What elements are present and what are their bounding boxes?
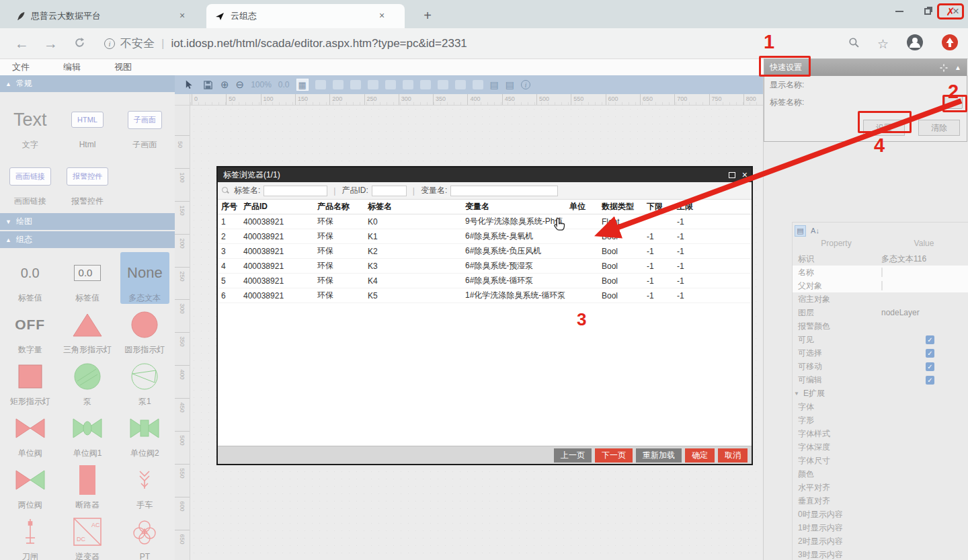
property-row-2时显示内容[interactable]: 2时显示内容: [793, 534, 968, 548]
property-row-颜色[interactable]: 颜色: [793, 467, 968, 481]
checkbox-checked-icon[interactable]: ✓: [926, 376, 934, 385]
palette-scada-item-矩形指示灯[interactable]: 矩形指示灯: [1, 356, 58, 407]
property-row-可移动[interactable]: 可移动✓: [793, 360, 968, 373]
table-row[interactable]: 5400038921环保K46#除臭系统-循环泵Bool-1-1: [218, 274, 752, 288]
forward-icon[interactable]: →: [44, 36, 58, 52]
filter-input[interactable]: [264, 186, 327, 196]
layers-icon[interactable]: ▤: [506, 79, 514, 90]
property-row-字体样式[interactable]: 字体样式: [793, 427, 968, 440]
palette-scada-item-逆变器[interactable]: ACDC逆变器: [58, 511, 116, 560]
清除-button[interactable]: 清除: [918, 120, 960, 136]
palette-general-item-文字[interactable]: Text文字: [1, 96, 58, 153]
menu-item-视图[interactable]: 视图: [114, 61, 153, 73]
minimize-button[interactable]: [893, 5, 906, 18]
pointer-icon[interactable]: [183, 79, 195, 91]
property-input[interactable]: [881, 281, 883, 290]
tool-icon[interactable]: [350, 80, 361, 89]
property-row-报警颜色[interactable]: 报警颜色: [793, 319, 968, 333]
property-row-字形[interactable]: 字形: [793, 413, 968, 427]
dialog-titlebar[interactable]: 标签浏览器(1/1) ×: [218, 167, 752, 182]
table-row[interactable]: 4400038921环保K36#除臭系统-预湿泵Bool-1-1: [218, 259, 752, 274]
tool-icon[interactable]: [438, 80, 448, 89]
palette-general-item-子画面[interactable]: 子画面子画面: [116, 96, 173, 153]
property-row-标识[interactable]: 标识多态文本116: [793, 252, 968, 266]
property-row-字体深度[interactable]: 字体深度: [793, 440, 968, 454]
palette-scada-item-手车[interactable]: 手车: [116, 459, 173, 511]
tool-icon[interactable]: [420, 80, 431, 89]
palette-scada-item-数字量[interactable]: OFF数字量: [1, 304, 58, 356]
collapse-panel-icon[interactable]: ▲: [955, 64, 961, 71]
palette-scada-item-单位阀[interactable]: 单位阀: [1, 407, 58, 459]
palette-scada-item-单位阀1[interactable]: 单位阀1: [58, 407, 116, 459]
checkbox-checked-icon[interactable]: ✓: [926, 349, 934, 358]
palette-scada-item-三角形指示灯[interactable]: 三角形指示灯: [58, 304, 116, 356]
palette-scada-item-泵[interactable]: 泵: [58, 356, 116, 407]
palette-scada-item-标签值[interactable]: 0.0标签值: [1, 252, 58, 304]
info-icon[interactable]: i: [521, 80, 530, 89]
property-row-可选择[interactable]: 可选择✓: [793, 346, 968, 360]
上一页-button[interactable]: 上一页: [554, 448, 592, 463]
palette-scada-item-PT[interactable]: PT: [116, 511, 173, 560]
table-row[interactable]: 1400038921环保K09号化学洗涤除臭系统-Ph值Float-1: [218, 214, 752, 229]
property-row-字体[interactable]: 字体: [793, 400, 968, 413]
table-row[interactable]: 2400038921环保K16#除臭系统-臭氧机Bool-1-1: [218, 229, 752, 244]
restore-button[interactable]: [921, 5, 934, 18]
browser-tab[interactable]: 思普云大数据平台×: [7, 4, 205, 28]
tool-icon[interactable]: [368, 80, 378, 89]
zoom-search-icon[interactable]: [848, 37, 860, 51]
zoom-out-icon[interactable]: ⊖: [236, 79, 245, 91]
filter-input[interactable]: [450, 186, 558, 196]
tool-icon[interactable]: [403, 80, 413, 89]
grid-toggle-icon[interactable]: ▦: [296, 79, 309, 91]
property-row-图层[interactable]: 图层nodeLayer: [793, 306, 968, 319]
取消-button[interactable]: 取消: [718, 448, 748, 463]
dialog-maximize-icon[interactable]: [729, 172, 735, 178]
menu-item-编辑[interactable]: 编辑: [63, 61, 102, 73]
tool-icon[interactable]: [333, 80, 344, 89]
property-row-可见[interactable]: 可见✓: [793, 333, 968, 346]
palette-scada-item-断路器[interactable]: 断路器: [58, 459, 116, 511]
section-general[interactable]: ▲常规: [0, 75, 175, 92]
new-tab-button[interactable]: +: [418, 7, 437, 26]
checkbox-checked-icon[interactable]: ✓: [926, 335, 934, 344]
extension-icon[interactable]: [941, 34, 959, 54]
table-row[interactable]: 6400038921环保K51#化学洗涤除臭系统-循环泵Bool-1-1: [218, 288, 752, 303]
下一页-button[interactable]: 下一页: [595, 448, 633, 463]
property-row-名称[interactable]: 名称: [793, 266, 968, 279]
url-field[interactable]: 不安全|iot.idosp.net/html/scada/editor.aspx…: [120, 36, 467, 51]
property-row-父对象[interactable]: 父对象: [793, 279, 968, 292]
bookmark-star-icon[interactable]: ☆: [877, 36, 889, 52]
profile-avatar[interactable]: [906, 34, 924, 54]
save-icon[interactable]: [202, 79, 214, 91]
palette-scada-item-两位阀[interactable]: 两位阀: [1, 459, 58, 511]
palette-scada-item-刀闸[interactable]: 刀闸: [1, 511, 58, 560]
palette-general-item-画面链接[interactable]: 画面链接画面链接: [1, 153, 58, 209]
tool-icon[interactable]: [455, 80, 466, 89]
palette-scada-item-泵1[interactable]: 泵1: [116, 356, 173, 407]
section-drawing[interactable]: ▼绘图: [0, 213, 175, 230]
tab-close-icon[interactable]: ×: [176, 10, 188, 22]
palette-scada-item-圆形指示灯[interactable]: 圆形指示灯: [116, 304, 173, 356]
property-row-0时显示内容[interactable]: 0时显示内容: [793, 508, 968, 521]
property-row-字体尺寸[interactable]: 字体尺寸: [793, 454, 968, 467]
page-info-icon[interactable]: i: [104, 38, 115, 49]
palette-general-item-Html[interactable]: HTMLHtml: [58, 96, 116, 153]
filter-input[interactable]: [372, 186, 407, 196]
browser-tab[interactable]: 云组态×: [206, 4, 405, 28]
reload-icon[interactable]: [74, 36, 85, 52]
tool-icon[interactable]: [473, 80, 483, 89]
tool-icon[interactable]: [315, 80, 326, 89]
zoom-in-icon[interactable]: ⊕: [220, 79, 229, 91]
确定-button[interactable]: 确定: [685, 448, 715, 463]
property-input[interactable]: [881, 268, 883, 277]
tool-icon[interactable]: [385, 80, 396, 89]
palette-scada-item-多态文本[interactable]: None多态文本: [120, 252, 169, 304]
palette-general-item-报警控件[interactable]: 报警控件报警控件: [58, 153, 116, 209]
categorize-icon[interactable]: ▤: [795, 225, 806, 237]
palette-scada-item-单位阀2[interactable]: 单位阀2: [116, 407, 173, 459]
property-row-垂直对齐[interactable]: 垂直对齐: [793, 494, 968, 508]
palette-scada-item-标签值[interactable]: 0.0标签值: [58, 252, 116, 304]
property-row-水平对齐[interactable]: 水平对齐: [793, 481, 968, 494]
property-row-1时显示内容[interactable]: 1时显示内容: [793, 521, 968, 534]
checkbox-checked-icon[interactable]: ✓: [926, 362, 934, 371]
